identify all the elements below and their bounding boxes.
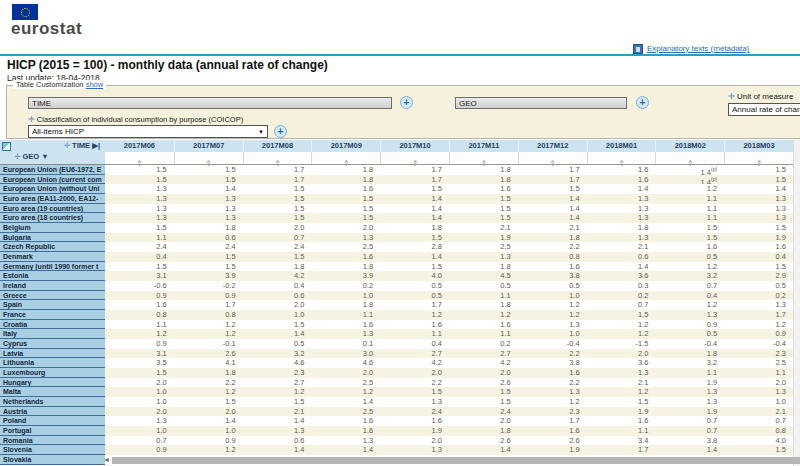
data-cell: 1.5	[243, 252, 312, 262]
row-label[interactable]: Malta	[0, 387, 105, 397]
sort-icon[interactable]: ⇕	[343, 159, 350, 168]
data-cell: 1.2	[518, 397, 587, 407]
eurostat-data-browser: eurostat Explanatory texts (metadata) HI…	[0, 0, 800, 466]
row-label[interactable]: Poland	[0, 416, 105, 426]
column-header-2017M09[interactable]: 2017M09	[311, 140, 380, 152]
row-label[interactable]: Spain	[0, 300, 105, 310]
row-cells: 2.02.02.12.52.42.42.31.91.92.1	[105, 407, 793, 417]
column-header-2017M06[interactable]: 2017M06	[105, 140, 174, 152]
column-header-2018M01[interactable]: 2018M01	[587, 140, 656, 152]
sort-icon[interactable]: ⇕	[136, 159, 143, 168]
data-cell: 1.4	[518, 204, 587, 214]
row-label[interactable]: Denmark	[0, 252, 105, 262]
row-label[interactable]: European Union (EU6-1972, E	[0, 165, 105, 175]
sort-icon[interactable]: ⇕	[412, 159, 419, 168]
row-label[interactable]: Lithuania	[0, 358, 105, 368]
data-cell: 1.5	[724, 262, 793, 272]
horizontal-scrollbar[interactable]	[112, 457, 800, 464]
row-label[interactable]: Slovakia	[0, 455, 105, 465]
data-cell: 1.3	[105, 213, 174, 223]
add-time-button[interactable]: +	[400, 96, 413, 109]
column-header-2018M02[interactable]: 2018M02	[655, 140, 724, 152]
row-label[interactable]: France	[0, 310, 105, 320]
sort-icon[interactable]: ⇕	[756, 159, 763, 168]
row-label[interactable]: Germany (until 1990 former t	[0, 262, 105, 272]
data-cell: 1.3	[174, 213, 243, 223]
row-label[interactable]: European Union (without Uni	[0, 184, 105, 194]
row-label[interactable]: Latvia	[0, 349, 105, 359]
geo-dimension-chip[interactable]: GEO	[455, 97, 627, 109]
row-label[interactable]: Austria	[0, 407, 105, 417]
data-cell: 2.1	[243, 407, 312, 417]
data-cell: 1.3	[449, 252, 518, 262]
row-label[interactable]: Euro area (18 countries)	[0, 213, 105, 223]
unit-of-measure-select[interactable]: Annual rate of change	[728, 103, 800, 116]
vertical-scrollbar[interactable]	[793, 140, 800, 466]
column-header-2017M08[interactable]: 2017M08	[243, 140, 312, 152]
flag-provisional: (p)	[711, 166, 717, 172]
column-header-2017M12[interactable]: 2017M12	[518, 140, 587, 152]
coicop-select[interactable]: All-items HICP ▼	[28, 125, 268, 138]
sort-icon[interactable]: ⇕	[687, 159, 694, 168]
row-label[interactable]: Bulgaria	[0, 233, 105, 243]
table-grid-icon[interactable]	[2, 142, 11, 151]
row-label[interactable]: Euro area (EA11-2000, EA12-	[0, 194, 105, 204]
expand-icon[interactable]: ▶|	[92, 141, 100, 150]
row-label[interactable]: Euro area (19 countries)	[0, 204, 105, 214]
data-cell: 1.1	[380, 329, 449, 339]
time-dimension-chip[interactable]: TIME	[28, 97, 392, 109]
sort-icon[interactable]: ⇕	[274, 159, 281, 168]
data-cell: 0.8	[174, 310, 243, 320]
data-cell: 0.2	[449, 339, 518, 349]
data-cell: 1.3	[105, 416, 174, 426]
row-cells: 3.12.63.23.02.72.72.22.01.82.3	[105, 349, 793, 359]
time-axis-header[interactable]: ✛ TIME ▶|	[64, 141, 100, 150]
column-header-2018M03[interactable]: 2018M03	[724, 140, 793, 152]
sort-cell: ⇕	[587, 152, 656, 164]
table-row: Poland1.31.41.41.61.62.01.71.60.70.7	[0, 416, 793, 426]
row-label[interactable]: Hungary	[0, 378, 105, 388]
table-row: Estonia3.13.94.23.94.04.53.83.63.22.9	[0, 271, 793, 281]
row-label[interactable]: Romania	[0, 436, 105, 446]
add-coicop-button[interactable]: +	[274, 125, 287, 138]
table-row: Cyprus0.9-0.10.50.10.40.2-0.4-1.5-0.4-0.…	[0, 339, 793, 349]
data-cell: 1.3	[587, 368, 656, 378]
add-geo-button[interactable]: +	[636, 96, 649, 109]
sort-icon[interactable]: ⇕	[549, 159, 556, 168]
row-label[interactable]: Cyprus	[0, 339, 105, 349]
data-cell: 2.1	[724, 407, 793, 417]
sort-direction-icon[interactable]: ▼	[41, 152, 48, 161]
column-header-2017M07[interactable]: 2017M07	[174, 140, 243, 152]
data-cell: 1.1	[587, 426, 656, 436]
data-cell: 2.0	[724, 378, 793, 388]
data-cell: 1.3	[724, 194, 793, 204]
sort-icon[interactable]: ⇕	[205, 159, 212, 168]
explanatory-texts-link[interactable]: Explanatory texts (metadata)	[647, 44, 749, 53]
show-link[interactable]: show	[86, 80, 104, 89]
row-label[interactable]: Czech Republic	[0, 242, 105, 252]
explanatory-texts-icon[interactable]	[633, 44, 643, 54]
row-label[interactable]: Ireland	[0, 281, 105, 291]
row-label[interactable]: Slovenia	[0, 445, 105, 455]
data-cell: 1.1	[655, 213, 724, 223]
select-arrow-icon: ▼	[258, 126, 264, 138]
row-label[interactable]: Portugal	[0, 426, 105, 436]
row-label[interactable]: Luxembourg	[0, 368, 105, 378]
row-label[interactable]: Croatia	[0, 320, 105, 330]
row-label[interactable]: European Union (current com	[0, 175, 105, 185]
row-label[interactable]: Netherlands	[0, 397, 105, 407]
row-label[interactable]: Belgium	[0, 223, 105, 233]
row-label[interactable]: Estonia	[0, 271, 105, 281]
data-cell: 0.1	[311, 339, 380, 349]
sort-icon[interactable]: ⇕	[481, 159, 488, 168]
data-cell: 1.3	[518, 387, 587, 397]
row-label[interactable]: Greece	[0, 291, 105, 301]
data-cell: 1.7	[380, 175, 449, 185]
scroll-left-arrow[interactable]: ◄	[103, 456, 110, 463]
column-header-2017M11[interactable]: 2017M11	[449, 140, 518, 152]
geo-axis-header[interactable]: ✛ GEO ▼	[14, 152, 49, 161]
column-header-2017M10[interactable]: 2017M10	[380, 140, 449, 152]
data-cell: 0.6	[243, 436, 312, 446]
row-label[interactable]: Italy	[0, 329, 105, 339]
sort-icon[interactable]: ⇕	[618, 159, 625, 168]
